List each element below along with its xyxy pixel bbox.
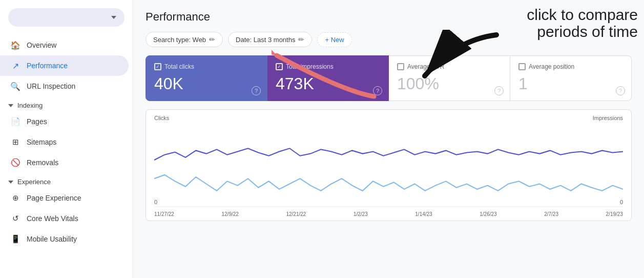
metric-card-total-clicks[interactable]: ✓ Total clicks 40K ? (146, 55, 267, 101)
collapse-icon (8, 181, 13, 184)
search-type-filter[interactable]: Search type: Web ✏ (146, 32, 223, 47)
chart-container: Clicks Impressions 0 0 11/27/22 12/9/22 … (146, 109, 632, 221)
date-filter[interactable]: Date: Last 3 months ✏ (228, 32, 312, 47)
metric-label: Average position (518, 63, 623, 70)
sidebar-item-label: Sitemaps (27, 138, 56, 146)
sidebar-item-sitemaps[interactable]: ⊞ Sitemaps (0, 132, 129, 152)
metric-value-position: 1 (518, 74, 623, 93)
sidebar-item-label: URL Inspection (27, 82, 75, 90)
metric-value-impressions: 473K (276, 74, 380, 93)
y-zero-right: 0 (620, 199, 623, 205)
metric-card-average-position[interactable]: Average position 1 ? (510, 55, 632, 101)
new-filter-label: + New (325, 36, 344, 44)
sidebar-item-removals[interactable]: 🚫 Removals (0, 152, 129, 173)
page-experience-icon: ⊕ (10, 193, 20, 203)
sidebar-item-performance[interactable]: ↗ Performance (0, 55, 129, 76)
experience-label: Experience (17, 178, 51, 186)
sidebar-item-label: Performance (27, 62, 68, 70)
checkbox-icon: ✓ (154, 63, 161, 70)
search-type-label: Search type: Web (153, 36, 206, 44)
help-icon[interactable]: ? (373, 86, 382, 95)
sidebar-item-label: Overview (27, 41, 56, 49)
sidebar-item-pages[interactable]: 📄 Pages (0, 111, 129, 132)
sidebar-item-page-experience[interactable]: ⊕ Page Experience (0, 188, 129, 208)
sidebar-item-label: Mobile Usability (27, 235, 77, 243)
sidebar-item-core-web-vitals[interactable]: ↺ Core Web Vitals (0, 208, 129, 229)
trending-up-icon: ↗ (10, 61, 20, 71)
edit-icon: ✏ (209, 35, 215, 44)
sidebar-item-mobile-usability[interactable]: 📱 Mobile Usability (0, 229, 129, 249)
home-icon: 🏠 (10, 40, 20, 50)
chevron-down-icon (111, 16, 116, 19)
pages-icon: 📄 (10, 116, 20, 127)
sidebar: 🏠 Overview ↗ Performance 🔍 URL Inspectio… (0, 0, 133, 278)
sitemaps-icon: ⊞ (10, 137, 20, 147)
experience-section-header[interactable]: Experience (0, 173, 133, 188)
new-filter-button[interactable]: + New (317, 32, 351, 47)
checkbox-icon: ✓ (276, 63, 283, 70)
sidebar-item-label: Pages (27, 117, 47, 126)
x-label: 1/26/23 (480, 211, 496, 217)
indexing-label: Indexing (17, 102, 43, 109)
sidebar-item-url-inspection[interactable]: 🔍 URL Inspection (0, 76, 129, 96)
arrow-icon (414, 30, 517, 86)
metric-card-total-impressions[interactable]: ✓ Total impressions 473K ? (267, 55, 389, 101)
x-label: 1/14/23 (415, 211, 432, 217)
search-icon: 🔍 (10, 81, 20, 91)
x-label: 12/21/22 (286, 211, 306, 217)
help-icon[interactable]: ? (252, 86, 261, 95)
annotation: click to compare periods of time (527, 4, 640, 40)
x-label: 12/9/22 (222, 211, 239, 217)
sidebar-item-label: Page Experience (27, 194, 81, 202)
checkbox-icon (518, 63, 526, 70)
help-icon[interactable]: ? (616, 86, 625, 95)
main-content: Performance Search type: Web ✏ Date: Las… (133, 0, 644, 278)
y-zero-left: 0 (154, 199, 157, 205)
x-axis-labels: 11/27/22 12/9/22 12/21/22 1/2/23 1/14/23… (154, 209, 623, 217)
edit-icon: ✏ (298, 35, 304, 44)
x-label: 11/27/22 (154, 211, 174, 217)
metric-value-clicks: 40K (154, 74, 259, 93)
help-icon[interactable]: ? (494, 86, 504, 95)
metric-label: ✓ Total impressions (276, 63, 380, 70)
metric-cards: ✓ Total clicks 40K ? ✓ Total impressions… (146, 55, 632, 101)
x-label: 2/19/23 (606, 211, 623, 217)
removals-icon: 🚫 (10, 157, 20, 168)
x-label: 1/2/23 (354, 211, 368, 217)
annotation-line2: periods of time (537, 23, 638, 40)
mobile-usability-icon: 📱 (10, 234, 20, 244)
y-axis-label-left: Clicks (154, 115, 169, 121)
core-web-vitals-icon: ↺ (10, 213, 20, 224)
sidebar-item-overview[interactable]: 🏠 Overview (0, 35, 129, 55)
indexing-section-header[interactable]: Indexing (0, 96, 133, 111)
checkbox-icon (397, 63, 404, 70)
collapse-icon (8, 104, 13, 107)
property-selector[interactable] (8, 8, 124, 27)
y-axis-label-right: Impressions (593, 115, 623, 121)
sidebar-item-label: Removals (27, 158, 58, 167)
performance-chart (154, 128, 623, 208)
date-label: Date: Last 3 months (236, 36, 295, 44)
x-label: 2/7/23 (544, 211, 558, 217)
annotation-line1: click to compare (527, 6, 638, 23)
metric-label: ✓ Total clicks (154, 63, 259, 70)
sidebar-item-label: Core Web Vitals (27, 214, 78, 223)
